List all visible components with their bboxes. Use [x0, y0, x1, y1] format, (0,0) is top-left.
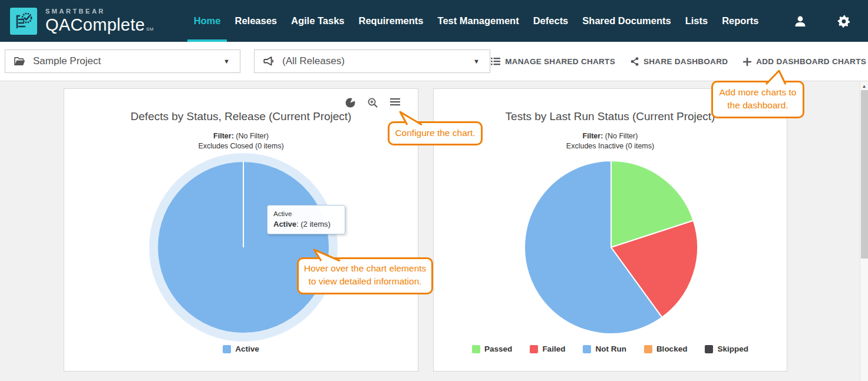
legend-label: Active — [235, 344, 259, 353]
qacomplete-logo[interactable] — [10, 8, 37, 35]
share-dashboard-label: SHARE DASHBOARD — [643, 57, 728, 66]
callout-text: the dashboard. — [715, 99, 800, 112]
legend-item-passed[interactable]: Passed — [472, 344, 512, 353]
add-dashboard-charts-label: ADD DASHBOARD CHARTS — [756, 57, 866, 66]
chart-actions — [345, 98, 400, 108]
user-icon[interactable] — [794, 15, 807, 28]
callout-arrow-up-left — [299, 249, 352, 261]
main-nav: Home Releases Agile Tasks Requirements T… — [187, 0, 766, 42]
plus-icon — [743, 58, 751, 66]
nav-item-home[interactable]: Home — [187, 0, 228, 42]
legend-item-blocked[interactable]: Blocked — [644, 344, 688, 353]
list-icon — [491, 58, 500, 65]
legend-label: Passed — [484, 344, 512, 353]
legend-item-not-run[interactable]: Not Run — [583, 344, 626, 353]
nav-item-releases[interactable]: Releases — [227, 0, 284, 42]
chart-menu-icon[interactable] — [390, 98, 400, 108]
chevron-down-icon: ▼ — [473, 58, 480, 65]
vertical-scrollbar[interactable]: ▲ — [860, 82, 868, 381]
chart-tooltip: Active Active: (2 items) — [267, 205, 345, 234]
brand-text: SMARTBEAR QACompleteSM — [45, 8, 154, 34]
toolbar-links: MANAGE SHARED CHARTS SHARE DASHBOARD ADD… — [491, 42, 866, 81]
legend-swatch — [583, 345, 591, 353]
manage-shared-charts-button[interactable]: MANAGE SHARED CHARTS — [491, 57, 615, 66]
topbar-icons — [794, 15, 868, 28]
defects-chart-card: Defects by Status, Release (Current Proj… — [64, 88, 418, 372]
add-dashboard-charts-button[interactable]: ADD DASHBOARD CHARTS — [743, 57, 866, 66]
brand-trademark: SM — [146, 26, 154, 32]
legend-item-failed[interactable]: Failed — [530, 344, 565, 353]
tests-legend: Passed Failed Not Run Blocked Skipped — [434, 344, 787, 353]
scrollbar-thumb[interactable] — [861, 90, 868, 259]
top-navigation-bar: SMARTBEAR QACompleteSM Home Releases Agi… — [0, 0, 868, 42]
brand-smartbear: SMARTBEAR — [45, 8, 154, 15]
callout-text: Hover over the chart elements — [300, 262, 430, 275]
nav-item-lists[interactable]: Lists — [678, 0, 715, 42]
callout-arrow-up — [713, 69, 806, 85]
scroll-up-arrow[interactable]: ▲ — [860, 82, 868, 90]
chart-type-icon[interactable] — [345, 98, 355, 108]
nav-item-requirements[interactable]: Requirements — [352, 0, 431, 42]
chevron-down-icon: ▼ — [223, 58, 230, 65]
tooltip-series: Active — [273, 210, 339, 217]
brand-product: QACompleteSM — [45, 16, 154, 34]
settings-gear-icon[interactable] — [837, 15, 850, 28]
callout-configure-chart: Configure the chart. — [388, 121, 483, 145]
legend-label: Blocked — [656, 344, 688, 353]
callout-hover-info: Hover over the chart elements to view de… — [297, 257, 433, 294]
legend-label: Failed — [542, 344, 565, 353]
callout-text: to view detailed information. — [300, 275, 430, 288]
folder-icon — [14, 57, 25, 66]
qacomplete-dashboard: SMARTBEAR QACompleteSM Home Releases Agi… — [0, 0, 868, 381]
share-icon — [631, 57, 639, 66]
defects-legend: Active — [64, 344, 418, 353]
logo-badge-icon — [14, 11, 34, 31]
share-dashboard-button[interactable]: SHARE DASHBOARD — [631, 57, 728, 66]
nav-item-shared-documents[interactable]: Shared Documents — [575, 0, 678, 42]
zoom-in-icon[interactable] — [368, 98, 378, 108]
callout-text: Configure the chart. — [391, 127, 480, 140]
tests-pie-chart[interactable] — [434, 89, 788, 372]
nav-item-test-management[interactable]: Test Management — [431, 0, 526, 42]
release-dropdown[interactable]: (All Releases) ▼ — [254, 49, 490, 73]
callout-add-charts: Add more charts to the dashboard. — [711, 81, 804, 118]
legend-item-skipped[interactable]: Skipped — [705, 344, 748, 353]
project-dropdown-value: Sample Project — [33, 55, 101, 67]
release-dropdown-value: (All Releases) — [282, 55, 345, 67]
tooltip-value: Active: (2 items) — [273, 220, 339, 228]
project-dropdown[interactable]: Sample Project ▼ — [5, 49, 240, 73]
legend-label: Not Run — [595, 344, 626, 353]
legend-swatch — [223, 345, 231, 353]
callout-arrow-up-left — [390, 111, 437, 125]
legend-swatch — [705, 345, 713, 353]
tests-chart-card: Tests by Last Run Status (Current Projec… — [433, 88, 787, 372]
nav-item-agile-tasks[interactable]: Agile Tasks — [284, 0, 351, 42]
manage-shared-charts-label: MANAGE SHARED CHARTS — [505, 57, 615, 66]
callout-text: Add more charts to — [715, 86, 800, 99]
nav-item-reports[interactable]: Reports — [715, 0, 765, 42]
legend-swatch — [472, 345, 480, 353]
nav-item-defects[interactable]: Defects — [526, 0, 576, 42]
legend-swatch — [644, 345, 652, 353]
defects-pie-chart[interactable] — [64, 89, 419, 372]
megaphone-icon — [263, 57, 275, 67]
legend-swatch — [530, 345, 538, 353]
legend-item-active[interactable]: Active — [223, 344, 259, 353]
legend-label: Skipped — [717, 344, 748, 353]
